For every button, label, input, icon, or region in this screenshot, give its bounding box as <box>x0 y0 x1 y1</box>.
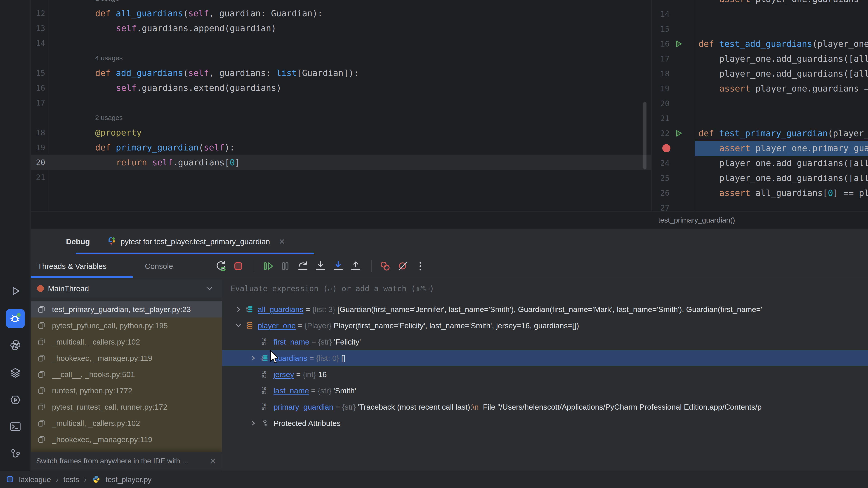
python-packages-icon <box>9 339 22 352</box>
variable-row[interactable]: 123guardians = {list: 0} [] <box>222 350 868 366</box>
variable-name[interactable]: all_guardians <box>258 305 303 314</box>
run-gutter-icon[interactable] <box>674 39 684 50</box>
sidebar-item-debug[interactable] <box>6 309 25 328</box>
usages-hint[interactable]: 4 usages <box>95 51 123 66</box>
frame-row[interactable]: _multicall, _callers.py:102 <box>31 334 222 350</box>
sidebar-item-version-control[interactable] <box>9 448 22 461</box>
breakpoint-icon[interactable] <box>662 144 671 152</box>
frame-label: _multicall, _callers.py:102 <box>52 415 140 431</box>
sidebar-item-python-packages[interactable] <box>9 339 22 352</box>
variable-name[interactable]: first_name <box>274 337 309 346</box>
code-line: self.guardians.append(guardian) <box>116 21 276 36</box>
step-into-button[interactable] <box>314 260 327 272</box>
line-number[interactable]: 20 <box>26 155 45 170</box>
status-folder[interactable]: tests <box>63 475 79 484</box>
frame-row[interactable]: pytest_runtest_call, runner.py:172 <box>31 399 222 415</box>
variable-name[interactable]: Protected Attributes <box>274 419 341 427</box>
line-number[interactable]: 21 <box>652 111 670 126</box>
line-number[interactable]: 13 <box>26 21 45 36</box>
run-gutter-icon[interactable] <box>674 129 684 139</box>
frame-label: _hookexec, _manager.py:119 <box>52 350 152 366</box>
frame-row[interactable]: runtest, python.py:1772 <box>31 383 222 399</box>
variable-name[interactable]: jersey <box>274 370 294 379</box>
frame-label: runtest, python.py:1772 <box>52 383 132 399</box>
line-number[interactable]: 15 <box>26 66 45 80</box>
tab-console[interactable]: Console <box>145 254 173 278</box>
line-number[interactable]: 20 <box>652 96 670 111</box>
project-icon <box>6 475 14 484</box>
sidebar-item-services[interactable] <box>9 367 22 380</box>
line-number[interactable]: 27 <box>652 200 670 211</box>
stack-frame-icon <box>37 402 46 412</box>
chevron-right-icon[interactable] <box>249 419 258 428</box>
close-icon[interactable]: × <box>279 236 285 247</box>
variable-row[interactable]: 1001jersey = {int} 16 <box>222 366 868 383</box>
frame-row[interactable]: _hookexec, _manager.py:119 <box>31 350 222 366</box>
sidebar-item-terminal[interactable] <box>9 420 22 433</box>
step-out-button[interactable] <box>349 260 362 272</box>
close-icon[interactable]: ✕ <box>210 452 216 470</box>
step-over-button[interactable] <box>297 260 309 272</box>
active-tab-underline <box>76 253 314 254</box>
line-number[interactable]: 22 <box>652 126 670 141</box>
line-number[interactable]: 25 <box>652 170 670 186</box>
variable-name[interactable]: player_one <box>258 321 296 330</box>
status-file[interactable]: test_player.py <box>105 475 152 484</box>
status-project[interactable]: laxleague <box>19 475 51 484</box>
pause-button[interactable] <box>279 260 291 272</box>
evaluate-expression-input[interactable]: Evaluate expression (↵) or add a watch (… <box>222 280 868 297</box>
sidebar-item-run[interactable] <box>9 285 22 298</box>
variable-row[interactable]: player_one = {Player} Player(first_name=… <box>222 318 868 334</box>
variable-row[interactable]: 1001first_name = {str} 'Felicity' <box>222 334 868 350</box>
sidebar-item-python-console[interactable] <box>9 394 22 407</box>
resume-button[interactable] <box>261 260 274 272</box>
frame-row[interactable]: __call__, _hooks.py:501 <box>31 366 222 383</box>
debug-session-tab[interactable]: pytest for test_player.test_primary_guar… <box>106 229 285 254</box>
thread-selector[interactable]: MainThread <box>31 280 222 297</box>
line-number[interactable]: 24 <box>652 156 670 170</box>
chevron-right-icon[interactable] <box>249 354 258 363</box>
line-number[interactable]: 18 <box>26 125 45 140</box>
frame-row[interactable]: pytest_pyfunc_call, python.py:195 <box>31 318 222 334</box>
line-number[interactable]: 17 <box>652 51 670 66</box>
line-number[interactable]: 19 <box>652 81 670 96</box>
more-button[interactable] <box>414 260 427 272</box>
frame-row[interactable]: _multicall, _callers.py:102 <box>31 415 222 431</box>
rerun-button[interactable] <box>214 260 227 272</box>
frame-row[interactable]: _hookexec, _manager.py:119 <box>31 431 222 448</box>
frame-row[interactable]: test_primary_guardian, test_player.py:23 <box>31 301 222 318</box>
breadcrumb-right[interactable]: test_primary_guardian() <box>658 212 735 229</box>
usages-hint[interactable]: 1 usage <box>95 0 119 6</box>
stop-button[interactable] <box>232 260 245 272</box>
line-number[interactable]: 16 <box>26 80 45 95</box>
variable-row[interactable]: Protected Attributes <box>222 415 868 431</box>
line-number[interactable]: 15 <box>652 22 670 36</box>
toolbar-separator <box>254 260 254 272</box>
chevron-down-icon[interactable] <box>234 321 243 330</box>
frame-label: test_primary_guardian, test_player.py:23 <box>52 301 191 318</box>
variable-row[interactable]: 1001last_name = {str} 'Smith' <box>222 383 868 399</box>
line-number[interactable]: 14 <box>26 36 45 51</box>
tab-threads-variables[interactable]: Threads & Variables <box>37 254 107 278</box>
line-number[interactable]: 18 <box>652 66 670 81</box>
pycharm-window: 1 usage12def all_guardians(self, guardia… <box>0 0 868 488</box>
variable-name[interactable]: primary_guardian <box>274 402 333 411</box>
line-number[interactable]: 21 <box>26 170 45 185</box>
chevron-right-icon[interactable] <box>234 305 243 314</box>
line-number[interactable]: 12 <box>26 6 45 21</box>
frame-label: pytest_pyfunc_call, python.py:195 <box>52 318 168 334</box>
force-step-into-button[interactable] <box>332 260 344 272</box>
line-number[interactable]: 17 <box>26 95 45 110</box>
variable-name[interactable]: last_name <box>274 386 309 395</box>
line-number[interactable]: 14 <box>652 6 670 22</box>
editor-scrollbar[interactable] <box>643 102 647 169</box>
line-number[interactable]: 16 <box>652 36 670 51</box>
line-number[interactable]: 26 <box>652 186 670 200</box>
mute-breakpoints-button[interactable] <box>397 260 409 272</box>
svg-text:01: 01 <box>262 390 266 395</box>
view-breakpoints-button[interactable] <box>379 260 392 272</box>
line-number[interactable]: 19 <box>26 140 45 155</box>
variable-row[interactable]: 1001primary_guardian = {str} 'Traceback … <box>222 399 868 415</box>
usages-hint[interactable]: 2 usages <box>95 110 123 125</box>
variable-row[interactable]: 123all_guardians = {list: 3} [Guardian(f… <box>222 301 868 318</box>
